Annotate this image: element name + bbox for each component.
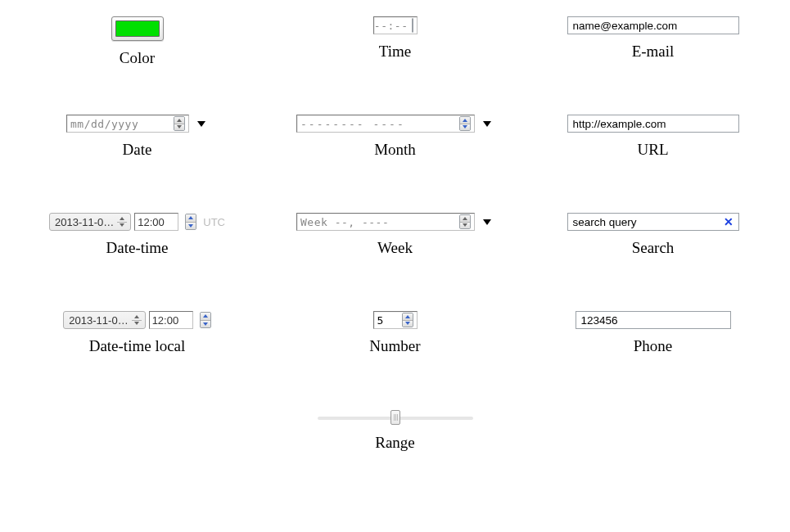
datetime-local-cell: 2013-11-0… 12:00 Date-time local — [8, 311, 266, 409]
datetime-date-input[interactable]: 2013-11-0… — [49, 213, 131, 231]
week-spinner[interactable] — [459, 214, 471, 229]
spinner-down-icon[interactable] — [174, 124, 184, 131]
spinner-up-icon[interactable] — [460, 117, 470, 124]
datetime-local-date-value: 2013-11-0… — [69, 314, 128, 327]
datetime-local-date-spinner[interactable] — [132, 313, 142, 327]
color-label: Color — [120, 49, 155, 67]
time-cell: --:-- Time — [266, 16, 524, 115]
datetime-local-time-spinner[interactable] — [200, 312, 211, 328]
range-cell: Range — [266, 409, 524, 507]
range-label: Range — [375, 434, 415, 452]
number-cell: 5 Number — [266, 311, 524, 409]
url-input[interactable]: http://example.com — [567, 115, 739, 133]
datetime-local-time-value: 12:00 — [152, 314, 190, 327]
number-input[interactable]: 5 — [373, 311, 418, 329]
clear-icon[interactable]: ✕ — [724, 215, 734, 228]
datetime-label: Date-time — [106, 239, 169, 257]
color-cell: Color — [8, 16, 266, 115]
time-label: Time — [379, 43, 411, 61]
datetime-local-label: Date-time local — [89, 337, 186, 355]
spinner-down-icon[interactable] — [201, 320, 210, 328]
time-spinner[interactable] — [412, 18, 413, 33]
search-cell: search query ✕ Search — [524, 213, 782, 311]
time-value: --:-- — [374, 20, 409, 32]
spinner-down-icon[interactable] — [460, 124, 470, 131]
month-input[interactable]: -------- ---- — [296, 115, 475, 133]
spinner-down-icon[interactable] — [186, 222, 196, 230]
date-dropdown-icon[interactable] — [195, 115, 208, 132]
number-label: Number — [369, 337, 420, 355]
datetime-date-value: 2013-11-0… — [55, 216, 114, 228]
time-input[interactable]: --:-- — [373, 16, 418, 34]
url-cell: http://example.com URL — [524, 115, 782, 213]
week-cell: Week --, ---- Week — [266, 213, 524, 311]
email-value: name@example.com — [573, 20, 678, 32]
datetime-time-input[interactable]: 12:00 — [134, 213, 178, 231]
spinner-down-icon[interactable] — [460, 222, 470, 229]
datetime-time-value: 12:00 — [138, 216, 175, 228]
spinner-up-icon[interactable] — [201, 313, 210, 320]
search-value: search query — [573, 216, 637, 228]
datetime-date-spinner[interactable] — [117, 215, 127, 228]
phone-input[interactable]: 123456 — [576, 311, 731, 329]
datetime-time-spinner[interactable] — [185, 214, 196, 230]
url-label: URL — [638, 141, 669, 159]
number-spinner[interactable] — [402, 313, 413, 327]
datetime-tz: UTC — [203, 216, 225, 228]
number-value: 5 — [377, 314, 384, 327]
search-label: Search — [632, 239, 675, 257]
date-value: mm/dd/yyyy — [70, 118, 170, 130]
date-label: Date — [123, 141, 152, 159]
spinner-up-icon[interactable] — [460, 215, 470, 222]
color-swatch — [115, 20, 160, 37]
spinner-up-icon[interactable] — [117, 215, 127, 222]
date-cell: mm/dd/yyyy Date — [8, 115, 266, 213]
month-cell: -------- ---- Month — [266, 115, 524, 213]
spinner-up-icon[interactable] — [174, 117, 184, 124]
datetime-local-time-input[interactable]: 12:00 — [149, 311, 193, 329]
datetime-cell: 2013-11-0… 12:00 UTC Date-time — [8, 213, 266, 311]
date-input[interactable]: mm/dd/yyyy — [66, 115, 189, 133]
spinner-down-icon[interactable] — [403, 320, 413, 327]
spinner-down-icon[interactable] — [117, 222, 127, 229]
color-input[interactable] — [111, 16, 164, 41]
week-label: Week — [377, 239, 413, 257]
month-dropdown-icon[interactable] — [481, 115, 494, 132]
email-cell: name@example.com E-mail — [524, 16, 782, 115]
month-value: -------- ---- — [300, 118, 456, 130]
week-input[interactable]: Week --, ---- — [296, 213, 475, 231]
email-label: E-mail — [632, 43, 675, 61]
phone-cell: 123456 Phone — [524, 311, 782, 409]
spinner-up-icon[interactable] — [186, 214, 196, 222]
date-spinner[interactable] — [174, 116, 185, 131]
spinner-up-icon[interactable] — [403, 313, 413, 320]
month-spinner[interactable] — [459, 116, 471, 131]
spinner-down-icon[interactable] — [132, 320, 142, 327]
search-input[interactable]: search query ✕ — [567, 213, 739, 231]
week-value: Week --, ---- — [300, 216, 456, 228]
phone-value: 123456 — [581, 314, 618, 327]
week-dropdown-icon[interactable] — [481, 214, 494, 230]
email-input[interactable]: name@example.com — [567, 16, 739, 34]
url-value: http://example.com — [573, 118, 666, 130]
datetime-local-date-input[interactable]: 2013-11-0… — [63, 311, 145, 329]
range-thumb[interactable] — [390, 410, 400, 425]
month-label: Month — [374, 141, 416, 159]
spinner-up-icon[interactable] — [132, 313, 142, 320]
range-input[interactable] — [318, 409, 473, 426]
phone-label: Phone — [634, 337, 673, 355]
